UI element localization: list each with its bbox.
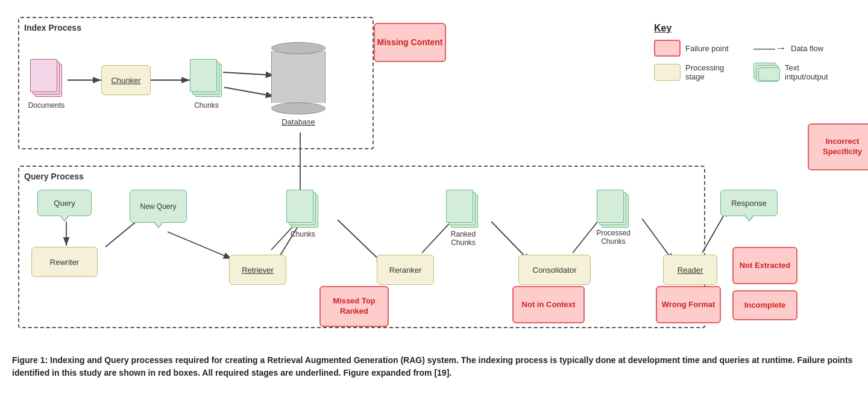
chunks-query-label: Chunks <box>286 230 319 238</box>
processed-chunks-icon <box>597 190 630 229</box>
missing-content-box: Missing Content <box>374 23 446 62</box>
database-label: Database <box>271 117 326 126</box>
ranked-chunks-label: Ranked Chunks <box>444 230 483 247</box>
database-cylinder <box>271 42 326 114</box>
documents-label: Documents <box>25 101 68 110</box>
db-body <box>271 51 326 103</box>
incorrect-specificity-box: Incorrect Specificity <box>808 123 868 170</box>
reader-box: Reader <box>663 255 717 285</box>
key-textio-item: Text intput/output <box>753 63 841 82</box>
caption-text: Figure 1: Indexing and Query processes r… <box>12 355 852 378</box>
main-container: Index Process Query Process Documents Ch… <box>12 12 856 379</box>
new-query-bubble: New Query <box>130 190 187 223</box>
key-processing-icon <box>654 64 681 81</box>
not-extracted-box: Not Extracted <box>732 247 797 284</box>
chunks-index-label: Chunks <box>190 101 223 110</box>
index-process-label: Index Process <box>24 23 368 33</box>
ranked-chunks-icon <box>446 190 479 229</box>
query-bubble: Query <box>37 190 92 216</box>
key-textio-label: Text intput/output <box>785 63 841 81</box>
caption: Figure 1: Indexing and Query processes r… <box>12 354 856 379</box>
db-top <box>271 42 326 54</box>
wrong-format-box: Wrong Format <box>656 286 721 323</box>
diagram-area: Index Process Query Process Documents Ch… <box>12 12 856 349</box>
rewriter-box: Rewriter <box>31 247 98 277</box>
retriever-box: Retriever <box>229 255 286 285</box>
key-grid: Failure point ——→ Data flow Processing s… <box>654 40 841 82</box>
incomplete-box: Incomplete <box>732 290 797 320</box>
response-bubble: Response <box>720 190 778 216</box>
chunks-query-icon <box>286 190 319 229</box>
key-processing-item: Processing stage <box>654 63 741 81</box>
query-process-label: Query Process <box>24 172 699 181</box>
key-box: Key Failure point ——→ Data flow Processi… <box>645 17 850 88</box>
missed-top-ranked-box: Missed Top Ranked <box>319 286 389 327</box>
chunker-box: Chunker <box>101 65 151 95</box>
key-dataflow-item: ——→ Data flow <box>753 42 841 55</box>
key-arrow-icon: ——→ <box>753 42 786 55</box>
key-failure-item: Failure point <box>654 40 741 57</box>
key-processing-label: Processing stage <box>685 63 741 81</box>
reranker-box: Reranker <box>377 255 434 285</box>
key-dataflow-label: Data flow <box>791 44 823 53</box>
chunks-index-icon <box>190 59 223 98</box>
key-title: Key <box>654 23 841 34</box>
db-bottom <box>271 102 326 114</box>
key-failure-icon <box>654 40 681 57</box>
not-in-context-box: Not in Context <box>512 286 585 323</box>
consolidator-box: Consolidator <box>518 255 591 285</box>
key-failure-label: Failure point <box>685 44 729 53</box>
documents-icon <box>30 59 63 98</box>
processed-chunks-label: Processed Chunks <box>591 229 636 246</box>
